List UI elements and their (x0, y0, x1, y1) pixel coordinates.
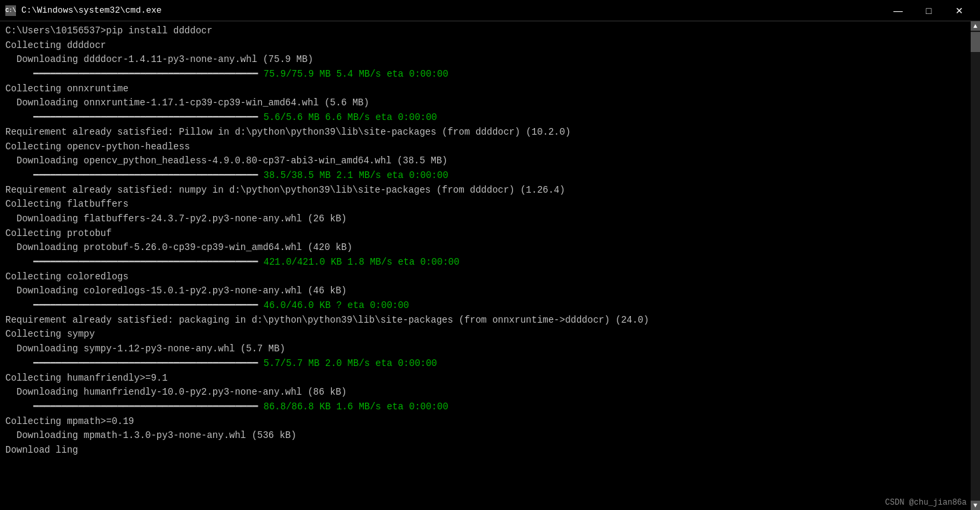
cmd-icon: C:\ (5, 5, 16, 16)
terminal-line: C:\Users\10156537>pip install ddddocr (5, 24, 975, 39)
terminal-line: ━━━━━━━━━━━━━━━━━━━━━━━━━━━━━━━━━━━━━━━━… (5, 255, 975, 270)
terminal-line: Downloading opencv_python_headless-4.9.0… (5, 154, 975, 169)
terminal-line: ━━━━━━━━━━━━━━━━━━━━━━━━━━━━━━━━━━━━━━━━… (5, 111, 975, 125)
terminal-line: Download ling (5, 443, 975, 458)
terminal-line: Collecting coloredlogs (5, 270, 975, 285)
scrollbar[interactable]: ▲ ▼ (971, 21, 980, 510)
terminal-line: Requirement already satisfied: numpy in … (5, 183, 975, 198)
terminal-line: Collecting ddddocr (5, 39, 975, 53)
minimize-button[interactable]: — (883, 0, 913, 21)
terminal-line: Downloading mpmath-1.3.0-py3-none-any.wh… (5, 429, 975, 443)
terminal-line: Downloading ddddocr-1.4.11-py3-none-any.… (5, 53, 975, 67)
terminal-content: C:\Users\10156537>pip install ddddocrCol… (0, 21, 980, 510)
scroll-thumb[interactable] (971, 32, 980, 52)
cmd-window: C:\ C:\Windows\system32\cmd.exe — □ ✕ C:… (0, 0, 980, 510)
terminal-line: Requirement already satisfied: Pillow in… (5, 125, 975, 140)
terminal-line: Collecting flatbuffers (5, 197, 975, 212)
title-bar: C:\ C:\Windows\system32\cmd.exe — □ ✕ (0, 0, 980, 21)
terminal-line: ━━━━━━━━━━━━━━━━━━━━━━━━━━━━━━━━━━━━━━━━… (5, 400, 975, 415)
terminal-line: Collecting mpmath>=0.19 (5, 415, 975, 429)
terminal-line: Collecting protobuf (5, 227, 975, 241)
terminal-line: ━━━━━━━━━━━━━━━━━━━━━━━━━━━━━━━━━━━━━━━━… (5, 299, 975, 313)
scroll-up-button[interactable]: ▲ (971, 21, 980, 31)
terminal-line: ━━━━━━━━━━━━━━━━━━━━━━━━━━━━━━━━━━━━━━━━… (5, 67, 975, 82)
terminal-line: Downloading sympy-1.12-py3-none-any.whl … (5, 342, 975, 357)
close-button[interactable]: ✕ (944, 0, 975, 21)
title-bar-controls: — □ ✕ (883, 0, 975, 21)
terminal-line: ━━━━━━━━━━━━━━━━━━━━━━━━━━━━━━━━━━━━━━━━… (5, 169, 975, 183)
terminal-line: Collecting opencv-python-headless (5, 140, 975, 155)
terminal-line: Downloading protobuf-5.26.0-cp39-cp39-wi… (5, 241, 975, 255)
terminal-line: Downloading onnxruntime-1.17.1-cp39-cp39… (5, 96, 975, 111)
scroll-down-button[interactable]: ▼ (971, 501, 980, 510)
terminal-line: Collecting humanfriendly>=9.1 (5, 371, 975, 386)
terminal-line: Collecting onnxruntime (5, 82, 975, 97)
terminal-line: Downloading humanfriendly-10.0-py2.py3-n… (5, 385, 975, 400)
maximize-button[interactable]: □ (913, 0, 944, 21)
terminal-line: Downloading flatbuffers-24.3.7-py2.py3-n… (5, 212, 975, 227)
watermark: CSDN @chu_jian86a (885, 498, 967, 507)
title-bar-text: C:\Windows\system32\cmd.exe (21, 5, 883, 15)
terminal-line: Collecting sympy (5, 327, 975, 342)
terminal-line: Downloading coloredlogs-15.0.1-py2.py3-n… (5, 284, 975, 299)
terminal-line: ━━━━━━━━━━━━━━━━━━━━━━━━━━━━━━━━━━━━━━━━… (5, 357, 975, 371)
terminal-line: Requirement already satisfied: packaging… (5, 313, 975, 328)
